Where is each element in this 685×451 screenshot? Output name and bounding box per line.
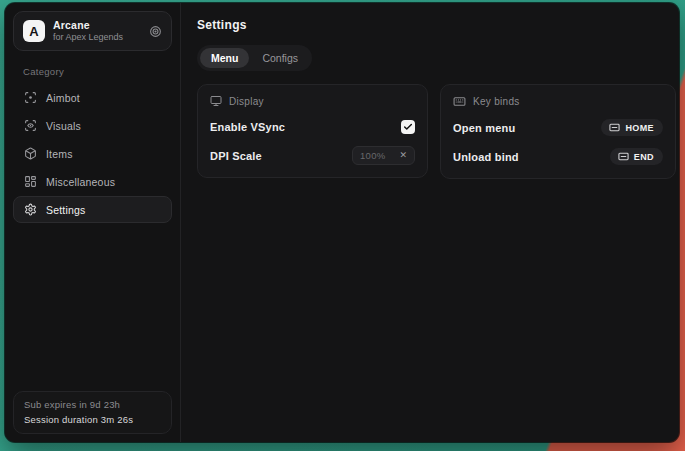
display-card: Display Enable VSync DPI Scale 100% ✕ bbox=[197, 84, 428, 178]
monitor-icon bbox=[210, 95, 222, 107]
dpi-scale-value: 100% bbox=[360, 150, 386, 161]
sidebar-nav: Aimbot Visuals bbox=[13, 84, 172, 223]
app-window: A Arcane for Apex Legends Category bbox=[5, 3, 679, 442]
category-label: Category bbox=[23, 66, 162, 77]
open-menu-label: Open menu bbox=[453, 122, 515, 134]
sidebar-item-label: Visuals bbox=[46, 120, 81, 132]
unload-bind-row: Unload bind END bbox=[453, 147, 663, 166]
keybinds-card: Key binds Open menu HOME Unload bin bbox=[440, 84, 676, 179]
unload-bind-keybind-button[interactable]: END bbox=[610, 148, 663, 165]
dpi-label: DPI Scale bbox=[210, 150, 262, 162]
session-duration-text: Session duration 3m 26s bbox=[24, 414, 161, 425]
clear-icon[interactable]: ✕ bbox=[399, 151, 407, 160]
dpi-row: DPI Scale 100% ✕ bbox=[210, 146, 415, 165]
open-menu-row: Open menu HOME bbox=[453, 118, 663, 137]
vsync-row: Enable VSync bbox=[210, 117, 415, 136]
sidebar-item-label: Miscellaneous bbox=[46, 176, 115, 188]
keyboard-icon bbox=[618, 151, 629, 162]
sidebar-item-visuals[interactable]: Visuals bbox=[13, 112, 172, 139]
brand-text: Arcane for Apex Legends bbox=[53, 19, 141, 42]
tab-menu[interactable]: Menu bbox=[200, 48, 249, 68]
sidebar-item-miscellaneous[interactable]: Miscellaneous bbox=[13, 168, 172, 195]
cards-row: Display Enable VSync DPI Scale 100% ✕ bbox=[197, 84, 676, 179]
keyboard-icon bbox=[453, 95, 466, 108]
main-content: Settings Menu Configs Display Enable VSy… bbox=[181, 3, 679, 442]
sidebar-item-label: Aimbot bbox=[46, 92, 80, 104]
keybinds-card-header: Key binds bbox=[453, 95, 663, 108]
sidebar-item-label: Settings bbox=[46, 204, 86, 216]
sidebar-item-settings[interactable]: Settings bbox=[13, 196, 172, 223]
open-menu-keybind-button[interactable]: HOME bbox=[601, 119, 663, 136]
display-card-header: Display bbox=[210, 95, 415, 107]
crosshair-icon bbox=[24, 91, 37, 104]
sub-expiry-text: Sub expires in 9d 23h bbox=[24, 399, 161, 410]
sidebar-item-label: Items bbox=[46, 148, 73, 160]
keyboard-icon bbox=[609, 122, 620, 133]
brand-card: A Arcane for Apex Legends bbox=[13, 11, 172, 51]
gear-icon bbox=[24, 203, 37, 216]
vsync-label: Enable VSync bbox=[210, 121, 285, 133]
display-card-title: Display bbox=[229, 96, 264, 107]
dpi-scale-input[interactable]: 100% ✕ bbox=[352, 146, 415, 165]
unload-bind-key: END bbox=[634, 152, 654, 162]
sidebar-item-items[interactable]: Items bbox=[13, 140, 172, 167]
target-icon[interactable] bbox=[149, 25, 162, 38]
keybinds-card-title: Key binds bbox=[473, 96, 520, 107]
package-icon bbox=[24, 147, 37, 160]
brand-logo: A bbox=[23, 20, 45, 42]
page-title: Settings bbox=[197, 18, 676, 32]
open-menu-key: HOME bbox=[625, 123, 654, 133]
tab-bar: Menu Configs bbox=[197, 45, 312, 71]
sidebar-item-aimbot[interactable]: Aimbot bbox=[13, 84, 172, 111]
unload-bind-label: Unload bind bbox=[453, 151, 519, 163]
layout-grid-icon bbox=[24, 175, 37, 188]
brand-subtitle: for Apex Legends bbox=[53, 32, 141, 42]
scan-eye-icon bbox=[24, 119, 37, 132]
sidebar: A Arcane for Apex Legends Category bbox=[5, 3, 181, 442]
vsync-checkbox[interactable] bbox=[401, 120, 415, 134]
subscription-card: Sub expires in 9d 23h Session duration 3… bbox=[13, 391, 172, 434]
brand-name: Arcane bbox=[53, 19, 141, 31]
tab-configs[interactable]: Configs bbox=[251, 48, 309, 68]
